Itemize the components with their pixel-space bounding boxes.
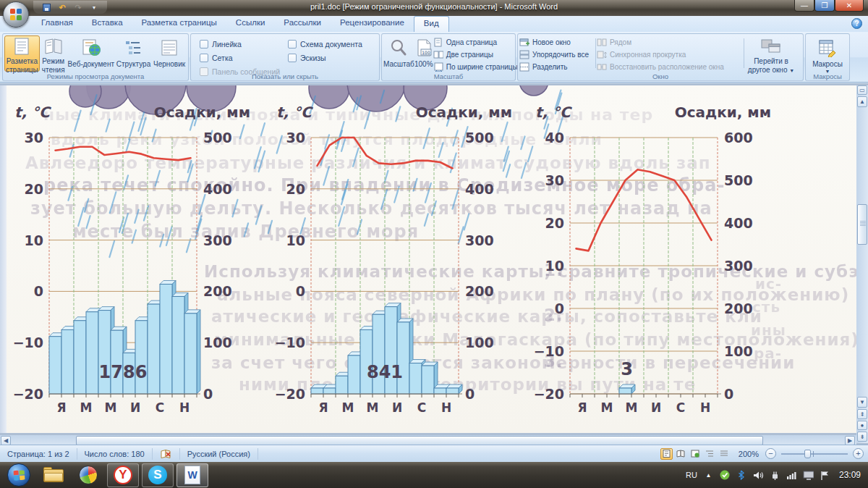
taskbar-clock[interactable]: 23:09 xyxy=(839,470,861,480)
zoom-slider[interactable] xyxy=(781,453,848,455)
start-button[interactable] xyxy=(3,463,35,487)
ruler-checkbox-row[interactable]: Линейка xyxy=(200,37,288,51)
temp-axis-title: t, °C xyxy=(276,104,313,121)
svg-text:И: И xyxy=(130,400,140,415)
minimize-button[interactable]: — xyxy=(794,0,814,12)
tab-references[interactable]: Ссылки xyxy=(226,16,275,32)
taskbar-word-button[interactable]: W xyxy=(176,463,208,487)
scroll-down-button[interactable]: ▼ xyxy=(857,397,867,408)
help-button[interactable]: ? xyxy=(851,18,862,29)
show-hidden-icons-button[interactable]: ▲ xyxy=(703,470,714,481)
tab-home[interactable]: Главная xyxy=(32,16,82,32)
power-plug-icon[interactable] xyxy=(770,470,780,481)
web-layout-button[interactable]: Веб-документ xyxy=(67,35,115,72)
reading-mode-icon xyxy=(43,37,64,56)
ribbon-group-macros: Макросы ▼ Макросы xyxy=(805,33,850,81)
office-button[interactable] xyxy=(3,1,29,28)
web-layout-icon xyxy=(81,37,101,59)
zoom-button[interactable]: Масштаб xyxy=(383,35,414,72)
network-signal-icon[interactable] xyxy=(786,470,797,481)
zoom-slider-thumb[interactable] xyxy=(804,450,811,458)
arrange-all-button[interactable]: Упорядочить все xyxy=(519,49,595,61)
tab-review[interactable]: Рецензирование xyxy=(331,16,414,32)
ribbon-group-show-hide: Линейка Сетка Панель сообщений Схема док… xyxy=(190,33,380,81)
taskbar-colorball-app-button[interactable] xyxy=(72,463,104,487)
button-label: Восстановить расположение окна xyxy=(610,63,724,71)
checkbox-icon[interactable] xyxy=(200,40,208,49)
scanned-page: ные климатические пояса и типичные для н… xyxy=(0,85,856,433)
taskbar-explorer-button[interactable] xyxy=(38,463,69,487)
split-button[interactable]: Разделить xyxy=(519,61,595,73)
zoom-100-button[interactable]: 100 100% xyxy=(414,35,433,72)
thumbnails-checkbox-row[interactable]: Эскизы xyxy=(288,51,362,64)
svg-text:400: 400 xyxy=(465,181,494,197)
zoom-level-indicator[interactable]: 200% xyxy=(739,450,759,458)
print-layout-icon xyxy=(12,37,31,56)
bluetooth-icon[interactable] xyxy=(736,470,747,481)
svg-text:100: 100 xyxy=(422,50,430,55)
two-pages-button[interactable]: Две страницы xyxy=(433,49,518,61)
one-page-button[interactable]: Одна страница xyxy=(433,36,518,49)
status-print-layout-button[interactable] xyxy=(660,448,673,460)
checkbox-icon[interactable] xyxy=(288,54,297,62)
tab-page-layout[interactable]: Разметка страницы xyxy=(132,16,226,32)
page-width-button[interactable]: По ширине страницы xyxy=(433,61,518,73)
tab-view[interactable]: Вид xyxy=(414,16,449,32)
new-window-button[interactable]: Новое окно xyxy=(519,36,595,49)
skype-icon: S xyxy=(148,466,167,484)
antivirus-status-icon[interactable] xyxy=(720,470,731,481)
spellcheck-indicator[interactable] xyxy=(153,448,180,460)
action-center-flag-icon[interactable] xyxy=(820,470,830,481)
outline-view-button[interactable]: Структура xyxy=(115,35,152,72)
page-number-indicator[interactable]: Страница: 1 из 2 xyxy=(0,448,77,460)
zoom-in-button[interactable]: + xyxy=(853,448,864,459)
vertical-scroll-thumb[interactable] xyxy=(857,204,867,245)
restore-button[interactable]: ❐ xyxy=(814,0,835,12)
status-web-layout-button[interactable] xyxy=(689,448,702,460)
gridlines-checkbox-row[interactable]: Сетка xyxy=(200,51,288,64)
button-label: 100% xyxy=(414,60,433,69)
close-button[interactable]: ✕ xyxy=(835,0,864,12)
language-indicator[interactable]: Русский (Россия) xyxy=(180,448,258,460)
svg-text:М: М xyxy=(342,400,354,415)
button-label: Рядом xyxy=(610,38,631,46)
document-map-checkbox-row[interactable]: Схема документа xyxy=(288,37,362,51)
outline-view-icon xyxy=(124,37,142,59)
taskbar-skype-button[interactable]: S xyxy=(142,463,174,487)
checkbox-icon[interactable] xyxy=(288,40,297,49)
keyboard-language-indicator[interactable]: RU xyxy=(686,471,697,479)
tab-insert[interactable]: Вставка xyxy=(82,16,132,32)
svg-text:0: 0 xyxy=(296,283,305,299)
status-draft-button[interactable] xyxy=(718,448,731,460)
display-icon[interactable] xyxy=(803,470,814,481)
switch-windows-button[interactable]: Перейти в другое окно ▼ xyxy=(745,35,797,71)
svg-text:100: 100 xyxy=(465,335,494,350)
macros-button[interactable]: Макросы ▼ xyxy=(807,35,848,75)
status-outline-button[interactable] xyxy=(704,448,716,460)
ruler-toggle-button[interactable]: ▭ xyxy=(857,85,867,95)
draft-view-button[interactable]: Черновик xyxy=(152,35,187,72)
full-screen-reading-button[interactable]: Режим чтения xyxy=(40,35,67,72)
next-page-button[interactable]: ⇟ xyxy=(857,432,867,442)
svg-text:10: 10 xyxy=(25,232,43,248)
print-layout-button[interactable]: Разметка страницы xyxy=(4,35,40,72)
tab-mailings[interactable]: Рассылки xyxy=(274,16,331,32)
previous-page-button[interactable]: ⇞ xyxy=(857,409,867,419)
zoom-out-button[interactable]: − xyxy=(765,448,776,459)
volume-icon[interactable] xyxy=(753,470,764,481)
checkbox-icon[interactable] xyxy=(200,54,208,62)
svg-text:0: 0 xyxy=(555,300,564,316)
svg-text:Н: Н xyxy=(179,400,190,415)
scroll-up-button[interactable]: ▲ xyxy=(857,96,867,107)
yandex-browser-icon: Y xyxy=(114,466,132,484)
ribbon-view-tab-content: Разметка страницы Режим чтения Веб-докум… xyxy=(0,32,868,83)
word-count-indicator[interactable]: Число слов: 180 xyxy=(77,448,153,460)
svg-text:М: М xyxy=(601,400,613,415)
taskbar-yandex-browser-button[interactable]: Y xyxy=(107,463,139,487)
vertical-scrollbar[interactable]: ▭ ▲ ▼ ⇞ ● ⇟ xyxy=(856,85,868,443)
select-browse-object-button[interactable]: ● xyxy=(857,421,867,430)
annual-precipitation-total: 841 xyxy=(367,362,403,382)
svg-text:300: 300 xyxy=(465,232,494,248)
status-reading-button[interactable] xyxy=(675,448,687,460)
svg-text:М: М xyxy=(80,400,93,415)
